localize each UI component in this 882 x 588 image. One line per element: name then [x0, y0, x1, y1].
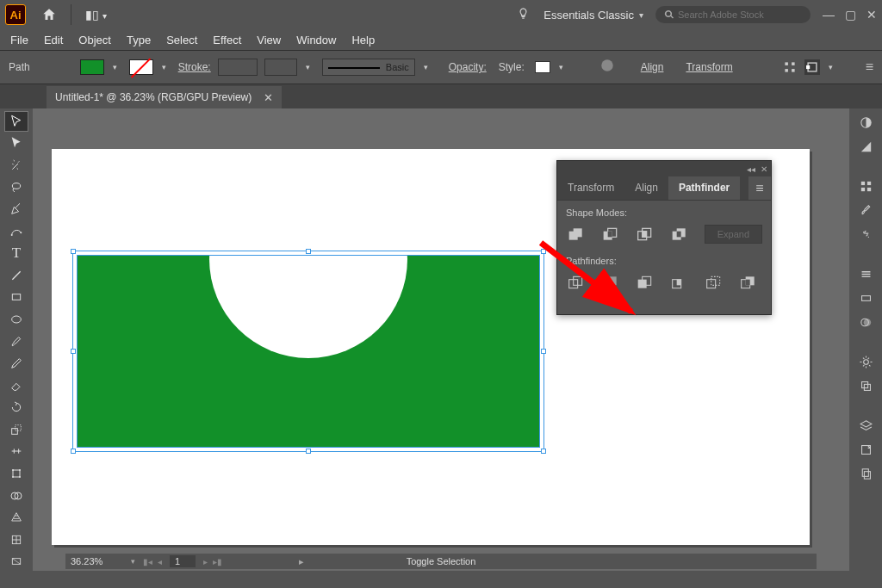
menu-help[interactable]: Help — [351, 34, 375, 46]
graphic-style-swatch[interactable] — [535, 61, 550, 73]
type-tool[interactable]: T — [5, 244, 28, 263]
tab-align[interactable]: Align — [624, 176, 668, 200]
window-minimize[interactable]: — — [823, 8, 835, 22]
svg-rect-2 — [792, 62, 795, 65]
status-play-icon[interactable]: ▸ — [299, 556, 304, 567]
gradient-panel-icon[interactable] — [854, 288, 877, 308]
exclude-button[interactable] — [669, 225, 690, 244]
stroke-profile-dropdown[interactable] — [264, 59, 297, 76]
ellipse-tool[interactable] — [5, 310, 28, 329]
transparency-panel-icon[interactable] — [854, 312, 877, 332]
pen-tool[interactable] — [5, 200, 28, 219]
artboards-panel-icon[interactable] — [854, 463, 877, 484]
chevron-down-icon[interactable]: ▾ — [113, 63, 117, 71]
brush-definition-dropdown[interactable]: Basic — [322, 59, 415, 76]
rectangle-tool[interactable] — [5, 288, 28, 307]
recolor-button[interactable] — [599, 58, 615, 77]
window-close[interactable]: ✕ — [866, 8, 877, 22]
stroke-swatch[interactable] — [129, 59, 153, 75]
color-guide-icon[interactable] — [854, 136, 877, 157]
close-icon[interactable]: ✕ — [264, 91, 273, 104]
tab-transform[interactable]: Transform — [557, 176, 624, 200]
layers-panel-icon[interactable] — [854, 415, 877, 436]
search-input[interactable] — [678, 9, 802, 20]
resize-handle[interactable] — [306, 449, 311, 454]
width-tool[interactable] — [5, 443, 28, 461]
selection-tool[interactable] — [5, 112, 28, 131]
paintbrush-tool[interactable] — [5, 332, 28, 351]
menu-select[interactable]: Select — [166, 34, 197, 46]
chevron-down-icon[interactable]: ▾ — [424, 63, 428, 71]
resize-handle[interactable] — [541, 449, 546, 454]
fill-swatch[interactable] — [80, 59, 104, 75]
tab-pathfinder[interactable]: Pathfinder — [668, 176, 740, 200]
chevron-down-icon[interactable]: ▾ — [639, 10, 643, 20]
resize-handle[interactable] — [71, 349, 76, 354]
lasso-tool[interactable] — [5, 178, 28, 197]
symbols-panel-icon[interactable] — [854, 224, 877, 244]
stroke-width-input[interactable] — [218, 59, 258, 76]
search-stock[interactable] — [655, 6, 811, 23]
chevron-down-icon[interactable]: ▾ — [131, 557, 135, 566]
artboard-nav[interactable]: ▸▸▮ — [201, 556, 225, 566]
resize-handle[interactable] — [71, 449, 76, 454]
window-maximize[interactable]: ▢ — [845, 8, 856, 22]
menu-edit[interactable]: Edit — [44, 34, 63, 46]
line-tool[interactable] — [5, 266, 28, 285]
isolate-button[interactable] — [782, 59, 798, 75]
minus-back-button[interactable] — [738, 273, 759, 292]
menu-file[interactable]: File — [10, 34, 28, 46]
resize-handle[interactable] — [306, 249, 311, 254]
crop-button[interactable] — [669, 273, 690, 292]
eraser-tool[interactable] — [5, 376, 28, 395]
pencil-tool[interactable] — [5, 354, 28, 373]
direct-selection-tool[interactable] — [5, 134, 28, 153]
brushes-panel-icon[interactable] — [854, 200, 877, 220]
swatches-panel-icon[interactable] — [854, 176, 877, 196]
curvature-tool[interactable] — [5, 222, 28, 241]
shape-builder-tool[interactable] — [5, 486, 28, 505]
zoom-level[interactable]: 36.23% — [71, 556, 126, 566]
workspace-switcher[interactable]: Essentials Classic — [543, 9, 634, 22]
chevron-down-icon[interactable]: ▾ — [306, 63, 310, 71]
home-button[interactable] — [36, 5, 62, 24]
outline-button[interactable] — [704, 273, 724, 292]
snap-button[interactable] — [804, 59, 820, 75]
color-panel-icon[interactable] — [854, 112, 877, 133]
appearance-panel-icon[interactable] — [854, 351, 877, 372]
artboard-nav[interactable]: ▮◂◂ — [140, 556, 165, 566]
panel-layout-button[interactable]: ▮▯ ▾ — [80, 6, 112, 23]
mesh-tool[interactable] — [5, 530, 28, 549]
panel-menu-icon[interactable]: ≡ — [748, 176, 771, 200]
stroke-label[interactable]: Stroke: — [178, 61, 211, 73]
control-panel-menu[interactable]: ≡ — [866, 59, 873, 75]
magic-wand-tool[interactable] — [5, 156, 28, 175]
transform-panel-link[interactable]: Transform — [686, 61, 732, 73]
asset-export-icon[interactable] — [854, 439, 877, 460]
menu-type[interactable]: Type — [127, 34, 151, 46]
menu-window[interactable]: Window — [296, 34, 336, 46]
chevron-down-icon[interactable]: ▾ — [162, 63, 166, 71]
graphic-styles-icon[interactable] — [854, 375, 877, 396]
document-tab[interactable]: Untitled-1* @ 36.23% (RGB/GPU Preview) ✕ — [47, 86, 282, 108]
opacity-label[interactable]: Opacity: — [449, 61, 487, 73]
menu-effect[interactable]: Effect — [213, 34, 241, 46]
selection-bounding-box[interactable] — [72, 251, 544, 452]
rotate-tool[interactable] — [5, 399, 28, 418]
hints-icon[interactable] — [517, 7, 530, 23]
menu-object[interactable]: Object — [78, 34, 111, 46]
free-transform-tool[interactable] — [5, 464, 28, 483]
artboard-number[interactable]: 1 — [170, 555, 196, 567]
menu-view[interactable]: View — [257, 34, 281, 46]
stroke-panel-icon[interactable] — [854, 263, 877, 284]
gradient-tool[interactable] — [5, 553, 28, 572]
resize-handle[interactable] — [541, 349, 546, 354]
close-icon[interactable]: ✕ — [761, 164, 767, 174]
chevron-down-icon[interactable]: ▾ — [559, 63, 563, 71]
panel-collapse-icon[interactable]: ◂◂ — [747, 164, 755, 174]
scale-tool[interactable] — [5, 420, 28, 439]
chevron-down-icon[interactable]: ▾ — [829, 63, 833, 71]
resize-handle[interactable] — [71, 249, 76, 254]
perspective-tool[interactable] — [5, 508, 28, 527]
align-panel-link[interactable]: Align — [641, 61, 664, 73]
